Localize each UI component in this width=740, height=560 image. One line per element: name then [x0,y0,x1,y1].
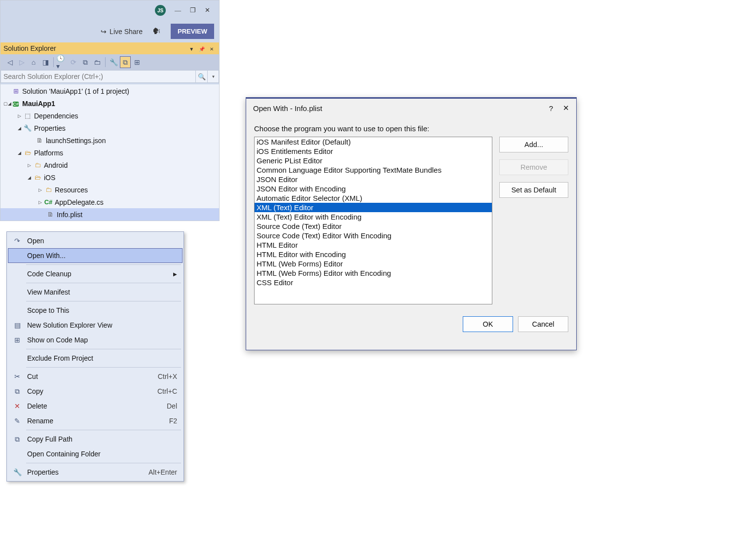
program-listbox[interactable]: iOS Manifest Editor (Default)iOS Entitle… [254,137,492,304]
dependencies-node[interactable]: ▷ ⬚ Dependencies [0,110,219,122]
program-option[interactable]: Source Code (Text) Editor With Encoding [255,231,492,240]
caret-down-icon[interactable]: ◢ [25,175,33,180]
appdelegate-node[interactable]: ▷ C# AppDelegate.cs [0,196,219,208]
refresh-icon[interactable]: ⟳ [68,56,79,68]
maximize-icon[interactable]: ❐ [190,6,196,14]
forward-icon[interactable]: ▷ [16,56,27,68]
show-all-files-icon[interactable]: 🗀 [92,56,103,68]
info-plist-node[interactable]: 🗎 Info.plist [0,208,219,221]
menu-exclude[interactable]: Exclude From Project [8,351,182,366]
program-option[interactable]: JSON Editor with Encoding [255,184,492,193]
properties-node[interactable]: ◢ 🔧 Properties [0,122,219,134]
panel-pin-icon[interactable]: 📌 [197,46,206,52]
close-icon[interactable]: ✕ [205,6,210,14]
caret-down-icon[interactable]: ◢ [15,126,23,131]
panel-dropdown-icon[interactable]: ▼ [187,46,195,52]
resources-node[interactable]: ▷ 🗀 Resources [0,184,219,196]
program-option[interactable]: XML (Text) Editor [255,203,492,212]
dialog-close-icon[interactable]: ✕ [563,104,569,112]
minimize-icon[interactable]: — [175,6,181,14]
project-node[interactable]: ▢◢ C# MauiApp1 [0,97,219,110]
program-option[interactable]: HTML Editor [255,240,492,250]
tree-label: Dependencies [34,112,78,120]
program-option[interactable]: JSON Editor [255,175,492,184]
platforms-node[interactable]: ◢ 🗁 Platforms [0,147,219,159]
open-icon: ↷ [12,237,22,245]
remove-button: Remove [499,159,568,175]
open-with-dialog: Open With - Info.plist ? ✕ Choose the pr… [246,97,577,350]
title-bar: JS — ❐ ✕ [0,0,219,20]
search-dropdown-icon[interactable]: ▼ [207,70,219,83]
add-icon[interactable]: ⊞ [132,56,143,68]
menu-cut[interactable]: ✂CutCtrl+X [8,369,182,384]
folder-open-icon: 🗁 [33,174,42,181]
caret-right-icon[interactable]: ▷ [36,187,44,192]
search-box[interactable]: 🔍 ▼ [0,70,219,83]
program-option[interactable]: Source Code (Text) Editor [255,222,492,231]
vs-window: JS — ❐ ✕ ↪ Live Share 🗣 PREVIEW Solution… [0,0,220,221]
program-option[interactable]: XML (Text) Editor with Encoding [255,212,492,222]
menu-open-folder[interactable]: Open Containing Folder [8,447,182,461]
menu-separator [26,463,181,463]
properties-icon: 🔧 [12,468,22,476]
menu-view-manifest[interactable]: View Manifest [8,285,182,299]
live-share-label: Live Share [110,28,143,36]
collapse-all-icon[interactable]: ⧉ [80,56,91,68]
set-default-button[interactable]: Set as Default [499,182,568,198]
program-option[interactable]: HTML (Web Forms) Editor [255,259,492,268]
program-option[interactable]: HTML Editor with Encoding [255,250,492,259]
home-icon[interactable]: ⌂ [28,56,39,68]
file-node[interactable]: 🗎 launchSettings.json [0,134,219,147]
caret-right-icon[interactable]: ▷ [36,200,44,205]
tree-label: Resources [55,186,88,194]
search-icon[interactable]: 🔍 [195,70,207,83]
menu-open-with[interactable]: Open With... [8,248,183,263]
program-option[interactable]: Automatic Editor Selector (XML) [255,193,492,203]
menu-code-cleanup[interactable]: Code Cleanup▶ [8,266,182,281]
live-share-button[interactable]: ↪ Live Share [101,28,143,36]
help-icon[interactable]: ? [549,104,553,112]
switch-views-icon[interactable]: ◨ [40,56,51,68]
program-option[interactable]: iOS Manifest Editor (Default) [255,137,492,147]
folder-open-icon: 🗁 [23,149,32,156]
solution-icon: ⊞ [11,87,20,95]
caret-down-icon[interactable]: ▢◢ [3,101,11,106]
copy-icon: ⧉ [12,387,22,396]
menu-copy-path[interactable]: ⧉Copy Full Path [8,432,182,447]
program-option[interactable]: Generic PList Editor [255,156,492,165]
menu-open[interactable]: ↷Open [8,233,182,248]
program-option[interactable]: HTML (Web Forms) Editor with Encoding [255,268,492,278]
android-node[interactable]: ▷ 🗀 Android [0,159,219,171]
solution-node[interactable]: ⊞ Solution 'MauiApp1' (1 of 1 project) [0,85,219,97]
feedback-icon[interactable]: 🗣 [152,27,161,37]
cancel-button[interactable]: Cancel [518,316,568,332]
program-option[interactable]: iOS Entitlements Editor [255,147,492,156]
preview-badge[interactable]: PREVIEW [171,24,214,39]
panel-close-icon[interactable]: ✕ [208,46,215,52]
properties-icon[interactable]: 🔧 [108,56,119,68]
history-icon[interactable]: 🕓▾ [56,56,67,68]
program-option[interactable]: CSS Editor [255,278,492,287]
folder-icon: 🗀 [33,161,42,169]
menu-properties[interactable]: 🔧PropertiesAlt+Enter [8,465,182,480]
menu-new-view[interactable]: ▤New Solution Explorer View [8,318,182,333]
menu-code-map[interactable]: ⊞Show on Code Map [8,333,182,347]
menu-scope-to-this[interactable]: Scope to This [8,303,182,318]
back-icon[interactable]: ◁ [4,56,15,68]
ok-button[interactable]: OK [463,316,513,332]
menu-copy[interactable]: ⧉CopyCtrl+C [8,384,182,399]
add-button[interactable]: Add... [499,137,568,152]
menu-rename[interactable]: ✎RenameF2 [8,413,182,428]
preview-selected-icon[interactable]: ⧉ [120,56,131,68]
user-avatar[interactable]: JS [155,5,166,16]
caret-right-icon[interactable]: ▷ [15,113,23,118]
caret-down-icon[interactable]: ◢ [15,150,23,155]
ios-node[interactable]: ◢ 🗁 iOS [0,171,219,184]
caret-right-icon[interactable]: ▷ [25,163,33,168]
tree-label: Info.plist [57,211,82,219]
copy-path-icon: ⧉ [12,435,22,444]
dialog-prompt: Choose the program you want to use to op… [254,119,568,137]
menu-delete[interactable]: ✕DeleteDel [8,399,182,413]
program-option[interactable]: Common Language Editor Supporting TextMa… [255,165,492,175]
search-input[interactable] [0,72,195,81]
